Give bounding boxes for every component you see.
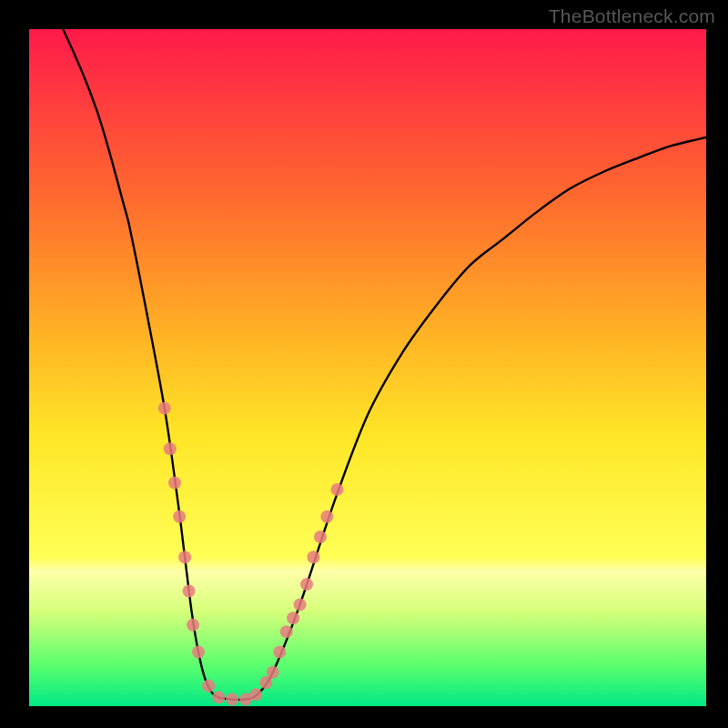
watermark-text: TheBottleneck.com [549, 5, 715, 27]
bottleneck-dot [168, 476, 181, 489]
bottleneck-dot [314, 531, 327, 543]
bottleneck-dot [202, 680, 215, 693]
bottleneck-dot [192, 645, 205, 658]
bottleneck-dot [273, 645, 286, 658]
bottleneck-curve [29, 29, 706, 700]
bottleneck-dot [158, 402, 171, 415]
bottleneck-dot [331, 483, 344, 496]
bottleneck-dot [187, 619, 199, 632]
bottleneck-dot [294, 598, 307, 611]
bottleneck-dot [280, 625, 293, 638]
chart-svg [29, 29, 706, 706]
plot-area [29, 29, 706, 706]
bottleneck-dot [178, 551, 191, 563]
bottleneck-scatter [158, 402, 344, 706]
bottleneck-dot [249, 688, 262, 701]
bottleneck-dot [320, 511, 333, 523]
bottleneck-dot [212, 691, 225, 703]
bottleneck-dot [183, 585, 196, 598]
bottleneck-dot [300, 578, 313, 591]
bottleneck-dot [173, 511, 186, 523]
bottleneck-dot [164, 442, 177, 455]
chart-stage: TheBottleneck.com [0, 0, 728, 728]
bottleneck-dot [226, 693, 238, 706]
bottleneck-dot [287, 612, 299, 624]
bottleneck-dot [307, 551, 319, 563]
bottleneck-dot [267, 666, 279, 679]
